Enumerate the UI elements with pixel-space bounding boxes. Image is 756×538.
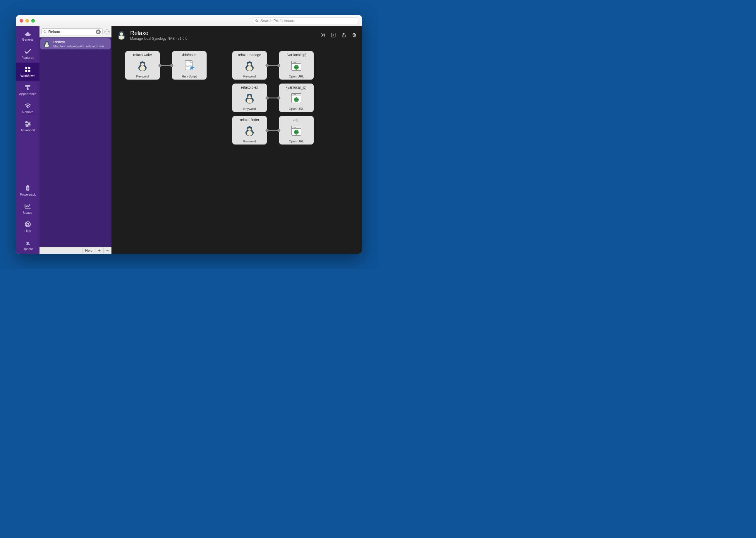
workflow-node[interactable]: {var:local_ip} Open URL xyxy=(279,51,314,80)
node-title: relaxo:wake xyxy=(133,53,152,57)
add-workflow-button[interactable]: ＋ xyxy=(95,247,103,254)
sidebar-label: Usage xyxy=(23,211,32,214)
variables-button[interactable] xyxy=(320,32,325,38)
svg-point-119 xyxy=(170,64,173,67)
workflow-search-input[interactable]: Relaxo xyxy=(41,28,103,35)
help-button[interactable]: Help xyxy=(82,247,95,254)
workflow-node[interactable]: relaxo:finder Keyword xyxy=(232,116,267,145)
node-type: Open URL xyxy=(289,107,304,111)
roller-icon xyxy=(24,84,32,91)
node-title: relaxo:manage xyxy=(238,53,261,57)
svg-point-99 xyxy=(295,94,296,95)
sidebar-item-general[interactable]: General xyxy=(16,26,39,44)
sidebar-item-update[interactable]: Update xyxy=(16,236,39,254)
svg-rect-9 xyxy=(27,88,29,90)
svg-rect-4 xyxy=(29,67,30,69)
workflow-node[interactable]: relaxo:manage Keyword xyxy=(232,51,267,80)
svg-point-97 xyxy=(293,94,294,95)
workflows-icon xyxy=(24,66,32,73)
ellipsis-icon: ••• xyxy=(105,30,109,33)
share-icon xyxy=(341,32,346,38)
node-title: relaxo:finder xyxy=(240,118,259,122)
svg-point-33 xyxy=(45,44,49,47)
sidebar-item-appearance[interactable]: Appearance xyxy=(16,81,39,99)
node-icon xyxy=(290,92,303,105)
node-icon xyxy=(243,59,256,72)
workflow-item-title: Relaxo xyxy=(53,40,108,44)
sidebar-item-workflows[interactable]: Workflows xyxy=(16,63,39,81)
workflow-node[interactable]: afp: Open URL xyxy=(279,116,314,145)
node-type: Keyword xyxy=(243,139,256,143)
download-icon xyxy=(24,239,32,246)
add-node-button[interactable] xyxy=(330,32,336,38)
hat-icon xyxy=(24,29,32,36)
svg-line-54 xyxy=(353,36,353,36)
minimize-window-button[interactable] xyxy=(26,19,29,23)
svg-line-55 xyxy=(356,36,356,36)
workflow-title: Relaxo xyxy=(130,30,187,36)
sidebar-label: Workflows xyxy=(21,74,35,78)
svg-point-16 xyxy=(27,125,28,127)
sidebar-item-advanced[interactable]: Advanced xyxy=(16,117,39,135)
svg-point-128 xyxy=(277,129,280,132)
svg-point-12 xyxy=(26,121,27,123)
sidebar-label: Powerpack xyxy=(20,193,36,196)
svg-point-88 xyxy=(247,98,253,103)
node-type: Keyword xyxy=(136,75,149,78)
svg-line-1 xyxy=(258,21,258,22)
svg-point-75 xyxy=(248,63,251,66)
close-window-button[interactable] xyxy=(20,19,23,23)
svg-marker-26 xyxy=(26,240,29,244)
variable-icon xyxy=(320,32,325,38)
sidebar-item-powerpack[interactable]: Powerpack xyxy=(16,181,39,199)
node-icon xyxy=(243,92,256,105)
workflow-list-item[interactable]: Relaxo Matches: relaxo:wake, relaxo:mana… xyxy=(40,38,111,49)
node-type: Run Script xyxy=(182,75,197,78)
snorlax-icon xyxy=(244,125,256,136)
svg-rect-8 xyxy=(27,86,28,88)
workflow-node[interactable]: /bin/bash Run Script xyxy=(172,51,207,80)
svg-line-53 xyxy=(356,35,356,35)
zoom-window-button[interactable] xyxy=(31,19,35,23)
svg-line-52 xyxy=(353,35,353,35)
workflow-list-footer: Help ＋ － xyxy=(39,247,111,254)
workflow-list: Relaxo Matches: relaxo:wake, relaxo:mana… xyxy=(39,37,111,247)
openurl-icon xyxy=(290,124,303,137)
svg-point-112 xyxy=(293,127,294,128)
node-title: relaxo:plex xyxy=(241,85,258,89)
svg-point-103 xyxy=(247,131,253,136)
svg-point-90 xyxy=(248,95,251,98)
node-type: Keyword xyxy=(243,75,256,78)
canvas-column: Relaxo Manage local Synology NAS - v1.0.… xyxy=(111,26,362,254)
svg-point-124 xyxy=(266,96,268,99)
node-icon xyxy=(243,124,256,137)
remove-workflow-button[interactable]: － xyxy=(103,247,111,254)
clear-search-button[interactable] xyxy=(96,29,101,34)
sidebar-item-remote[interactable]: Remote xyxy=(16,99,39,117)
node-type: Open URL xyxy=(289,75,304,78)
svg-point-59 xyxy=(141,63,144,66)
workflow-canvas[interactable]: relaxo:wake Keyword/bin/bash Run Scriptr… xyxy=(111,44,362,254)
svg-point-57 xyxy=(140,66,145,71)
preferences-search[interactable]: Search Preferences xyxy=(253,18,358,24)
close-icon xyxy=(97,31,99,33)
openurl-icon xyxy=(290,92,303,105)
workflow-filter-button[interactable]: ••• xyxy=(104,29,110,34)
canvas-header: Relaxo Manage local Synology NAS - v1.0.… xyxy=(111,26,362,44)
node-title: /bin/bash xyxy=(182,53,197,57)
sidebar-item-usage[interactable]: Usage xyxy=(16,199,39,218)
sidebar-item-help[interactable]: Help xyxy=(16,218,39,236)
snorlax-icon xyxy=(116,29,127,41)
svg-point-84 xyxy=(295,62,296,63)
workflow-node[interactable]: relaxo:wake Keyword xyxy=(125,51,160,80)
snorlax-icon xyxy=(43,38,51,50)
share-button[interactable] xyxy=(341,32,347,38)
debug-button[interactable] xyxy=(351,32,357,38)
workflow-node[interactable]: relaxo:plex Keyword xyxy=(232,83,267,112)
svg-line-24 xyxy=(26,225,27,226)
svg-point-122 xyxy=(277,64,280,67)
workflow-subtitle: Manage local Synology NAS - v1.0.0 xyxy=(130,36,187,41)
sidebar-item-features[interactable]: Features xyxy=(16,44,39,63)
svg-point-83 xyxy=(294,62,295,63)
workflow-node[interactable]: {var:local_ip} Open URL xyxy=(279,83,314,112)
